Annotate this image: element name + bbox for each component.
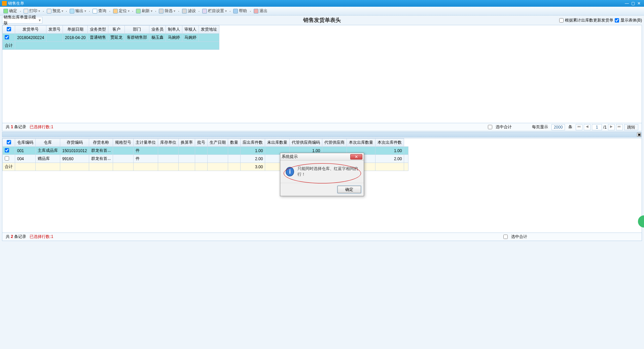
info-icon: i bbox=[286, 167, 294, 176]
dialog-title: 系统提示 bbox=[282, 154, 298, 160]
dialog-close-button[interactable]: ✕ bbox=[350, 154, 362, 160]
dialog-body: i 只能同时选择仓库、红蓝字相同的行！ bbox=[280, 161, 364, 183]
system-dialog: 系统提示 ✕ i 只能同时选择仓库、红蓝字相同的行！ 确定 bbox=[280, 153, 364, 196]
dialog-overlay: 系统提示 ✕ i 只能同时选择仓库、红蓝字相同的行！ 确定 bbox=[0, 0, 644, 244]
dialog-titlebar[interactable]: 系统提示 ✕ bbox=[280, 153, 364, 161]
dialog-footer: 确定 bbox=[280, 183, 364, 196]
dialog-message: 只能同时选择仓库、红蓝字相同的行！ bbox=[297, 166, 358, 177]
dialog-ok-button[interactable]: 确定 bbox=[337, 186, 361, 193]
